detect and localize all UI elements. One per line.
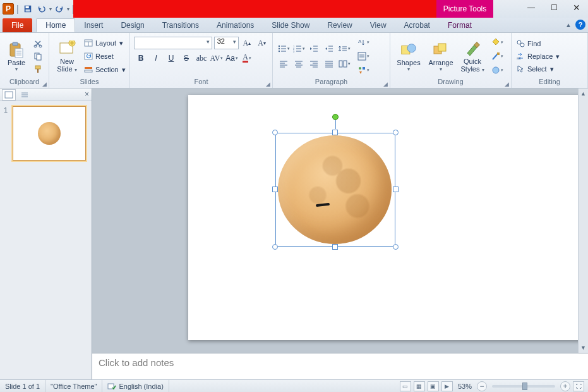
increase-indent-icon[interactable] (322, 42, 336, 55)
layout-button[interactable]: Layout▾ (83, 37, 126, 49)
thumbnail-tab-outline[interactable] (18, 89, 32, 101)
change-case-icon[interactable]: Aa (225, 52, 239, 64)
line-spacing-icon[interactable] (337, 42, 351, 55)
zoom-percent[interactable]: 53% (458, 383, 472, 390)
resize-handle-bm[interactable] (332, 244, 338, 250)
select-button[interactable]: Select▾ (515, 63, 560, 75)
font-size-combo[interactable]: 32 (214, 37, 239, 49)
tab-acrobat[interactable]: Acrobat (395, 18, 439, 32)
font-color-icon[interactable]: A (240, 52, 254, 64)
help-icon[interactable]: ? (575, 20, 585, 30)
shapes-button[interactable]: Shapes▾ (394, 36, 423, 77)
smartart-icon[interactable] (356, 64, 370, 77)
text-shadow-icon[interactable]: abc (195, 52, 208, 64)
tab-transitions[interactable]: Transitions (153, 18, 208, 32)
shrink-font-icon[interactable]: A▾ (255, 37, 268, 49)
strikethrough-icon[interactable]: S (179, 52, 193, 64)
reset-button[interactable]: Reset (83, 51, 126, 62)
new-slide-button[interactable]: New Slide ▾ (53, 36, 81, 77)
tab-review[interactable]: Review (318, 18, 361, 32)
resize-handle-tl[interactable] (272, 130, 278, 135)
format-painter-icon[interactable] (32, 63, 44, 75)
find-button[interactable]: Find (515, 38, 560, 49)
tab-format[interactable]: Format (439, 18, 481, 32)
app-icon[interactable]: P (3, 3, 14, 15)
resize-handle-bl[interactable] (272, 244, 278, 250)
normal-view-icon[interactable]: ▭ (400, 381, 411, 391)
quick-styles-button[interactable]: Quick Styles ▾ (459, 36, 486, 77)
status-theme[interactable]: "Office Theme" (45, 380, 102, 392)
shape-effects-icon[interactable] (490, 64, 504, 77)
italic-icon[interactable]: I (149, 52, 163, 64)
redo-icon[interactable] (53, 3, 66, 15)
tab-slideshow[interactable]: Slide Show (263, 18, 318, 32)
arrange-button[interactable]: Arrange▾ (426, 36, 456, 77)
clipboard-launcher-icon[interactable]: ◢ (42, 81, 47, 87)
resize-handle-tm[interactable] (332, 130, 338, 135)
section-button[interactable]: Section▾ (83, 64, 126, 75)
thumbnail-panel-close-icon[interactable]: × (85, 90, 89, 99)
undo-icon[interactable] (35, 3, 48, 15)
minimize-ribbon-icon[interactable]: ▲ (565, 21, 572, 28)
maximize-button[interactable] (545, 1, 563, 14)
align-left-icon[interactable] (277, 58, 291, 70)
spellcheck-icon (107, 382, 116, 391)
status-language[interactable]: English (India) (102, 380, 169, 392)
shape-fill-icon[interactable] (490, 36, 504, 49)
resize-handle-tr[interactable] (393, 130, 399, 135)
thumbnail-tab-slides[interactable] (2, 89, 16, 101)
scroll-up-icon[interactable]: ▲ (579, 89, 588, 99)
font-name-combo[interactable] (134, 37, 212, 49)
grow-font-icon[interactable]: A▴ (241, 37, 254, 49)
tab-home[interactable]: Home (36, 18, 75, 32)
notes-pane[interactable]: Click to add notes (92, 353, 588, 379)
vertical-scrollbar[interactable]: ▲ ▼ (578, 89, 588, 353)
resize-handle-br[interactable] (393, 244, 399, 250)
tab-view[interactable]: View (361, 18, 395, 32)
close-button[interactable] (568, 1, 585, 14)
numbering-icon[interactable]: 123 (292, 42, 306, 55)
tab-design[interactable]: Design (112, 18, 153, 32)
tab-insert[interactable]: Insert (75, 18, 112, 32)
bold-icon[interactable]: B (134, 52, 148, 64)
save-icon[interactable] (21, 3, 34, 15)
zoom-in-icon[interactable]: + (560, 381, 570, 391)
reading-view-icon[interactable]: ▣ (428, 381, 439, 391)
copy-icon[interactable] (32, 51, 44, 62)
cut-icon[interactable] (32, 38, 44, 49)
zoom-slider[interactable] (492, 385, 555, 388)
text-direction-icon[interactable]: A (356, 36, 370, 49)
shape-outline-icon[interactable] (490, 50, 504, 63)
rotation-handle[interactable] (332, 114, 339, 120)
fit-to-window-icon[interactable]: ⛶ (573, 381, 584, 391)
zoom-slider-thumb[interactable] (522, 383, 527, 390)
sorter-view-icon[interactable]: ▦ (414, 381, 425, 391)
justify-icon[interactable] (322, 58, 336, 70)
qat-customize-caret[interactable]: ▾ (67, 6, 69, 12)
align-right-icon[interactable] (307, 58, 321, 70)
decrease-indent-icon[interactable] (307, 42, 321, 55)
resize-handle-ml[interactable] (272, 187, 278, 192)
slideshow-view-icon[interactable]: ▶ (441, 381, 453, 391)
columns-icon[interactable] (337, 58, 351, 70)
drawing-launcher-icon[interactable]: ◢ (505, 81, 509, 87)
tab-file[interactable]: File (3, 18, 32, 32)
font-launcher-icon[interactable]: ◢ (266, 81, 270, 87)
scroll-down-icon[interactable]: ▼ (579, 343, 588, 353)
minimize-button[interactable] (522, 1, 540, 14)
replace-button[interactable]: abReplace▾ (515, 51, 560, 62)
status-slide-counter[interactable]: Slide 1 of 1 (0, 380, 45, 392)
selected-picture[interactable] (275, 133, 395, 247)
bullets-icon[interactable] (277, 42, 291, 55)
tab-animations[interactable]: Animations (208, 18, 263, 32)
character-spacing-icon[interactable]: AV (210, 52, 224, 64)
paragraph-launcher-icon[interactable]: ◢ (383, 81, 388, 87)
align-center-icon[interactable] (292, 58, 306, 70)
slide-thumbnail-1[interactable] (13, 106, 86, 161)
undo-dropdown-caret[interactable]: ▾ (49, 6, 52, 12)
resize-handle-mr[interactable] (393, 187, 399, 192)
zoom-out-icon[interactable]: − (477, 381, 487, 391)
paste-button[interactable]: Paste ▾ (4, 36, 29, 77)
underline-icon[interactable]: U (164, 52, 178, 64)
align-text-icon[interactable] (356, 50, 370, 63)
